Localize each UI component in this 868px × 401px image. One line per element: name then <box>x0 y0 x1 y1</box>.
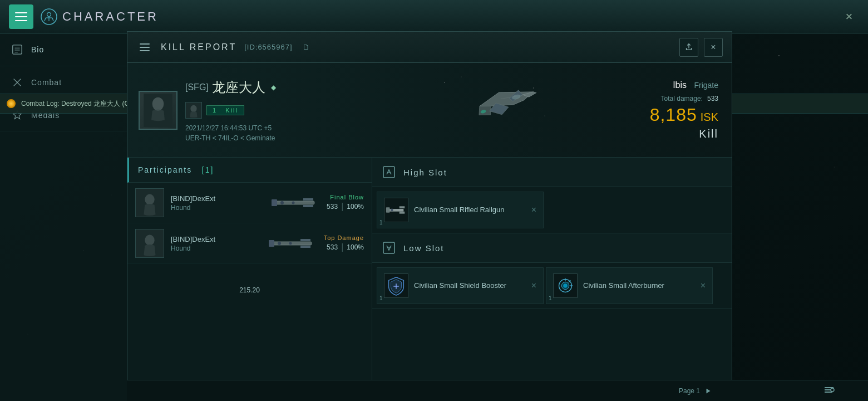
vitruvian-icon <box>40 8 58 26</box>
modal-id: [ID:6565967] <box>244 43 292 51</box>
modal-menu-button[interactable] <box>136 39 153 56</box>
amount-display: 215.20 <box>139 286 361 294</box>
svg-line-10 <box>45 18 46 21</box>
svg-rect-54 <box>400 212 405 214</box>
pilot-name: 龙座大人 <box>212 79 265 96</box>
svg-rect-44 <box>300 239 310 241</box>
railgun-remove-button[interactable]: × <box>531 205 536 215</box>
table-option-button[interactable] <box>823 385 835 399</box>
pagination: Page 1 <box>679 387 712 395</box>
pilot-tag: [SFG] <box>185 82 209 92</box>
item-qty-afterburner: 1 <box>549 295 552 301</box>
sidebar: Bio Combat Medals <box>0 33 128 401</box>
modal-title: KILL REPORT <box>161 42 236 52</box>
menu-hamburger-button[interactable] <box>9 4 33 29</box>
svg-marker-69 <box>707 388 711 393</box>
high-slot-icon <box>381 164 397 180</box>
participant-avatar-2 <box>135 229 164 258</box>
svg-rect-57 <box>383 242 394 253</box>
low-slot-item-1: 1 Civilian Sm <box>377 267 544 304</box>
kill-outcome-label: Kill <box>699 128 718 140</box>
svg-point-42 <box>145 235 154 246</box>
low-slot-icon <box>381 240 397 256</box>
kill-stats: Ibis Frigate Total damage: 533 8,185 ISK… <box>609 63 732 157</box>
kill-date: 2021/12/27 16:44:53 UTC +5 <box>185 124 276 132</box>
svg-rect-36 <box>303 198 313 200</box>
modal-header: KILL REPORT [ID:6565967] 🗋 × <box>127 32 732 63</box>
svg-point-34 <box>145 194 154 205</box>
combat-log-dot <box>7 99 16 108</box>
participant-name-1: [BIND]DexExt <box>171 194 263 203</box>
svg-rect-55 <box>386 207 390 213</box>
svg-point-39 <box>280 201 284 204</box>
pilot-avatar <box>139 91 177 130</box>
participant-info-2: [BIND]DexExt Hound <box>171 235 260 252</box>
svg-point-28 <box>533 87 534 89</box>
afterburner-remove-button[interactable]: × <box>701 281 706 291</box>
svg-point-47 <box>278 242 281 245</box>
participants-header: Participants [1] <box>127 158 372 183</box>
svg-rect-45 <box>300 246 310 248</box>
svg-point-40 <box>292 202 295 204</box>
svg-rect-37 <box>303 205 313 207</box>
participant-weapon-2 <box>267 232 317 255</box>
kill-report-modal: KILL REPORT [ID:6565967] 🗋 × <box>127 31 732 401</box>
damage-value-1: 533 <box>327 203 338 211</box>
shield-booster-name: Civilian Small Shield Booster <box>414 281 506 291</box>
svg-point-24 <box>190 105 196 112</box>
svg-rect-49 <box>383 167 394 178</box>
shield-booster-icon <box>384 273 408 298</box>
kill-location: UER-TH < 74IL-O < Geminate <box>185 134 276 142</box>
high-slot-section: High Slot 1 <box>372 158 732 233</box>
modal-copy-icon[interactable]: 🗋 <box>303 43 310 51</box>
svg-point-7 <box>47 12 51 16</box>
high-slot-item-1: 1 Civilian Sm <box>377 192 544 228</box>
app-close-button[interactable]: × <box>839 7 859 27</box>
top-damage-label: Top Damage <box>324 234 364 241</box>
participant-row-2: [BIND]DexExt Hound Top Damage <box>127 223 372 264</box>
high-slot-header: High Slot <box>372 158 732 187</box>
bio-label: Bio <box>31 45 44 54</box>
final-blow-label: Final Blow <box>327 194 364 200</box>
kill-hero-info: [SFG] 龙座大人 ◆ 1 <box>185 79 276 142</box>
svg-rect-71 <box>825 389 831 390</box>
low-slot-header: Low Slot <box>372 233 732 263</box>
shield-booster-remove-button[interactable]: × <box>531 281 536 291</box>
svg-rect-12 <box>13 45 22 54</box>
svg-point-68 <box>563 283 568 288</box>
modal-close-button[interactable]: × <box>704 38 723 57</box>
modal-export-button[interactable] <box>679 38 698 57</box>
damage-value-2: 533 <box>327 243 338 251</box>
modal-actions: × <box>679 38 723 57</box>
isk-value: 8,185 <box>650 105 697 125</box>
svg-rect-46 <box>269 240 274 247</box>
low-slot-title: Low Slot <box>403 243 445 253</box>
damage-pct-2: 100% <box>347 243 364 251</box>
svg-line-11 <box>52 18 53 21</box>
fittings-panel: High Slot 1 <box>372 158 732 400</box>
participant-info-1: [BIND]DexExt Hound <box>171 194 263 212</box>
afterburner-name: Civilian Small Afterburner <box>583 281 664 291</box>
participant-ship-1: Hound <box>171 204 263 212</box>
sidebar-item-bio[interactable]: Bio <box>0 33 127 66</box>
high-slot-title: High Slot <box>403 168 447 177</box>
kill-hero: [SFG] 龙座大人 ◆ 1 <box>127 63 732 158</box>
total-damage-label: Total damage: <box>661 95 703 102</box>
page-forward-icon[interactable] <box>704 387 712 395</box>
svg-rect-72 <box>825 392 832 393</box>
isk-label: ISK <box>701 111 718 124</box>
app-title: CHARACTER <box>62 9 159 24</box>
modal-footer: Page 1 <box>127 380 868 401</box>
participant-avatar-1 <box>135 188 164 217</box>
svg-point-29 <box>544 115 545 116</box>
svg-point-26 <box>444 82 445 83</box>
low-slot-items: 1 Civilian Sm <box>372 263 732 309</box>
participant-name-2: [BIND]DexExt <box>171 235 260 243</box>
svg-point-56 <box>391 209 393 212</box>
participant-ship-2: Hound <box>171 244 260 252</box>
damage-pct-1: 100% <box>347 203 364 211</box>
item-qty-shield: 1 <box>379 295 383 301</box>
participant-weapon-1 <box>270 192 320 214</box>
participants-panel: Participants [1] [BIND]DexExt Hound <box>127 158 372 400</box>
modal-body: Participants [1] [BIND]DexExt Hound <box>127 158 732 400</box>
